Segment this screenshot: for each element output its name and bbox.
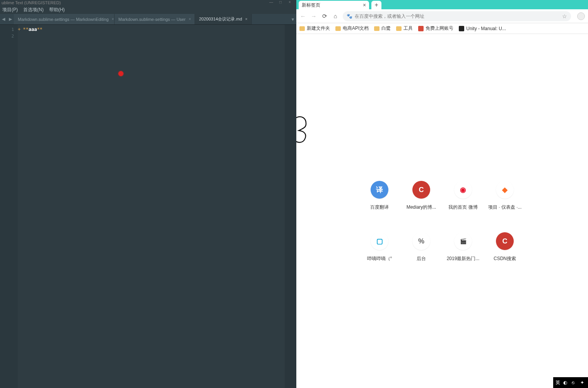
new-tab-button[interactable]: + [371,1,381,9]
tile-bili[interactable]: ▢ 哔嘀哔嘀（° [360,232,399,262]
bookmark-folder[interactable]: 新建文件夹 [299,25,330,32]
tab-close-icon[interactable]: × [189,17,191,21]
tile-weibo[interactable]: ◉ 我的首页 微博 [443,181,483,211]
tile-label: 后台 [417,255,426,262]
bookmark-label: Unity - Manual: U... [466,26,506,31]
tile-label: 哔嘀哔嘀（° [367,255,392,262]
tile-icon: C [496,232,514,250]
tile-icon: ◆ [496,181,514,199]
line-number: 1 [0,26,14,33]
tab-close-icon[interactable]: × [245,17,248,21]
tile-icon: ▢ [371,232,388,250]
folder-icon [335,26,341,31]
home-icon[interactable]: ⌂ [332,13,339,19]
background-doodle [296,111,308,158]
tab-label: Markdown.sublime-settings — User [118,17,186,22]
editor-tab-0[interactable]: Markdown.sublime-settings — MarkdownEdit… [14,14,115,24]
tile-label: 2019最新热门... [447,255,480,262]
md-bullet: + [18,26,21,33]
tab-title: 新标签页 [302,2,320,9]
tile-hot2019[interactable]: 🎬 2019最新热门... [443,232,483,262]
bookmark-label: 免费上网账号 [426,25,453,32]
tile-baidu[interactable]: 译 百度翻译 [360,181,399,211]
bookmark-label: 工具 [403,25,413,32]
taskbar-tray: 英 ◐ ⎋ ✦ [553,377,588,388]
editor-body: 1 2 + ** aaa ** [0,25,296,388]
tile-icon: ◉ [454,181,472,199]
speed-dial: 译 百度翻译 C Mediary的博... ◉ 我的首页 微博 ◆ 项目 · 仪… [360,181,525,262]
editor-pane[interactable]: + ** aaa ** [18,25,285,388]
bookmark-folder[interactable]: 白鹭 [374,25,391,32]
baidu-paw-icon: 🐾 [347,14,352,19]
folder-icon [299,26,305,31]
md-ast: ** [37,26,42,33]
title-text: ublime Text (UNREGISTERED) [2,0,61,5]
forward-icon[interactable]: → [310,13,317,19]
tile-csdn-search[interactable]: C CSDN搜索 [485,232,525,262]
tile-label: 我的首页 微博 [448,204,477,211]
tab-label: 20200314会议记录.md [199,16,242,22]
tile-csdn[interactable]: C Mediary的博... [402,181,441,211]
folder-icon [396,26,402,31]
bookmark-link[interactable]: Unity - Manual: U... [459,26,506,31]
bookmark-label: 新建文件夹 [307,25,330,32]
tile-backend[interactable]: % 后台 [402,232,441,262]
folder-icon [374,26,379,31]
tray-icon[interactable]: ✦ [580,380,586,385]
address-input[interactable] [355,14,560,19]
minimize-button[interactable]: — [268,0,274,5]
md-bold: aaa [29,26,37,33]
reload-icon[interactable]: ⟳ [321,13,328,20]
bookmark-star-icon[interactable]: ☆ [562,13,567,19]
tile-icon: % [412,232,430,250]
mouse-indicator [118,71,123,76]
editor-tab-1[interactable]: Markdown.sublime-settings — User × [115,14,195,24]
browser-tab[interactable]: 新标签页 × [299,1,369,9]
line-number: 2 [0,33,14,39]
profile-avatar[interactable] [577,12,585,20]
editor-line-1: + ** aaa ** [18,26,285,33]
md-ast: ** [23,26,28,33]
tray-icon[interactable]: ◐ [563,380,569,385]
address-bar[interactable]: 🐾 ☆ [343,11,571,21]
menu-help[interactable]: 帮助(H) [49,7,65,13]
bookmark-label: 电商API文档 [343,25,369,32]
back-icon[interactable]: ← [299,13,306,19]
plus-icon: + [375,2,378,9]
maximize-button[interactable]: □ [278,0,283,5]
tile-icon: C [412,181,430,199]
tab-menu-icon[interactable]: ▼ [289,14,296,24]
ime-indicator[interactable]: 英 [556,379,560,386]
tile-icon: 译 [371,181,388,199]
tile-label: CSDN搜索 [494,255,516,262]
tile-label: 百度翻译 [370,204,389,211]
tile-gitlab[interactable]: ◆ 项目 · 仪表盘 ·... [485,181,525,211]
minimap[interactable] [285,25,296,388]
browser-tabstrip: 新标签页 × + [296,0,588,9]
tab-prev-icon[interactable]: ◀ [0,14,7,24]
tile-icon: 🎬 [454,232,472,250]
close-button[interactable]: × [287,0,292,5]
tab-label: Markdown.sublime-settings — MarkdownEdit… [18,17,109,22]
tile-label: 项目 · 仪表盘 ·... [488,204,522,211]
bookmark-label: 白鹭 [381,25,391,32]
tray-icon[interactable]: ⎋ [572,380,577,385]
menu-project[interactable]: 项目(P) [2,7,18,13]
tab-next-icon[interactable]: ▶ [7,14,14,24]
site-icon [418,26,424,31]
bookmark-folder[interactable]: 电商API文档 [335,25,369,32]
bookmark-bar: 新建文件夹 电商API文档 白鹭 工具 免费上网账号 Unity - Manua… [296,23,588,34]
editor-tabs: ◀ ▶ Markdown.sublime-settings — Markdown… [0,14,296,25]
tab-close-icon[interactable]: × [112,17,114,21]
line-gutter: 1 2 [0,25,18,388]
menu-prefs[interactable]: 首选项(N) [23,7,44,13]
tab-close-icon[interactable]: × [363,2,366,8]
bookmark-folder[interactable]: 工具 [396,25,413,32]
menu-bar: 项目(P) 首选项(N) 帮助(H) [0,5,296,14]
nav-bar: ← → ⟳ ⌂ 🐾 ☆ [296,9,588,23]
page-content: 译 百度翻译 C Mediary的博... ◉ 我的首页 微博 ◆ 项目 · 仪… [296,34,588,388]
sublime-window: ublime Text (UNREGISTERED) — □ × 项目(P) 首… [0,0,296,388]
unity-icon [459,26,464,31]
bookmark-link[interactable]: 免费上网账号 [418,25,453,32]
editor-tab-2[interactable]: 20200314会议记录.md × [195,14,251,24]
